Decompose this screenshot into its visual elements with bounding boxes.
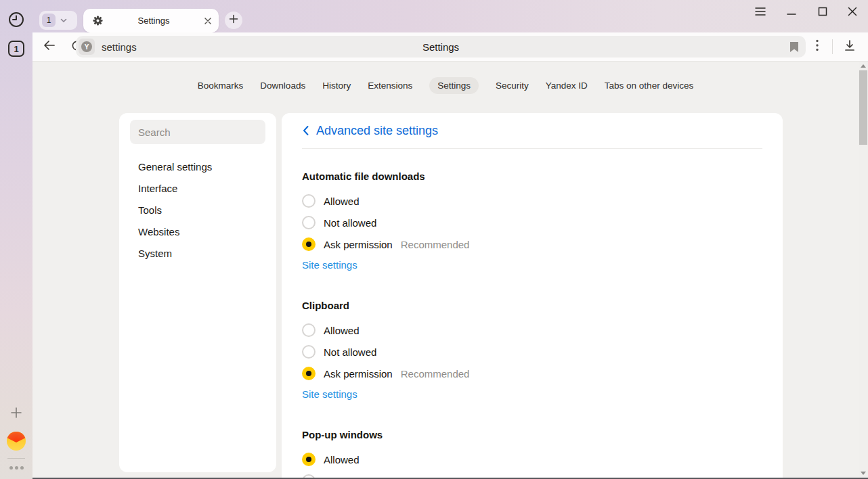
maximize-icon <box>818 7 827 19</box>
address-row: Y settings Settings <box>32 32 868 61</box>
sidebar-item-system[interactable]: System <box>119 242 276 264</box>
tab-title: Settings <box>104 16 204 26</box>
window-menu-button[interactable] <box>752 7 769 19</box>
radio-unselected-icon[interactable] <box>302 323 316 337</box>
tab-counter-button[interactable]: 1 <box>0 39 32 58</box>
nav-tabs-other-devices[interactable]: Tabs on other devices <box>605 77 693 94</box>
radio-unselected-icon[interactable] <box>302 216 316 229</box>
settings-sidebar-panel: General settings Interface Tools Website… <box>119 113 276 472</box>
scrollbar-thumb[interactable] <box>859 70 867 145</box>
advanced-site-settings-panel: Advanced site settings Automatic file do… <box>282 113 783 479</box>
download-icon <box>844 39 856 54</box>
section-title: Pop-up windows <box>302 429 762 440</box>
nav-settings[interactable]: Settings <box>429 77 479 94</box>
close-icon <box>848 7 857 19</box>
downloads-button[interactable] <box>840 38 860 55</box>
section-clipboard: Clipboard Allowed Not allowed Ask permis… <box>302 300 762 401</box>
site-settings-link[interactable]: Site settings <box>302 259 357 271</box>
bookmark-button[interactable] <box>789 41 799 53</box>
chevron-left-icon <box>302 125 309 136</box>
recommended-note: Recommended <box>401 368 470 380</box>
history-button[interactable] <box>0 10 32 32</box>
settings-page: Bookmarks Downloads History Extensions S… <box>32 61 868 479</box>
ellipsis-icon <box>9 466 13 470</box>
back-button[interactable] <box>41 38 58 55</box>
chevron-down-icon[interactable] <box>60 16 68 24</box>
sidebar-item-websites[interactable]: Websites <box>119 221 276 242</box>
yandex-mail-button[interactable] <box>0 432 32 451</box>
nav-downloads[interactable]: Downloads <box>260 77 305 94</box>
active-tab[interactable]: Settings <box>83 9 219 32</box>
radio-label: Not allowed <box>324 217 376 229</box>
panel-title: Advanced site settings <box>316 124 438 138</box>
yandex-mail-icon <box>7 432 26 451</box>
settings-top-nav: Bookmarks Downloads History Extensions S… <box>32 77 859 94</box>
radio-label: Allowed <box>324 196 360 207</box>
page-scrollbar[interactable] <box>859 62 868 478</box>
site-settings-link[interactable]: Site settings <box>302 388 357 400</box>
radio-option-allowed[interactable]: Allowed <box>302 190 762 212</box>
rail-new-tab-button[interactable] <box>0 406 32 422</box>
section-title: Clipboard <box>302 300 762 311</box>
section-popup-windows: Pop-up windows Allowed Not allowed Recom… <box>302 429 762 479</box>
url-bar[interactable]: Y settings Settings <box>76 36 806 58</box>
back-arrow-icon <box>43 39 56 55</box>
panel-back-header[interactable]: Advanced site settings <box>282 113 783 148</box>
radio-option-ask-permission[interactable]: Ask permission Recommended <box>302 233 762 255</box>
url-text[interactable]: settings <box>102 41 137 53</box>
window-close-button[interactable] <box>844 7 861 19</box>
site-icon-badge[interactable]: Y <box>79 39 95 55</box>
radio-unselected-icon[interactable] <box>302 345 316 359</box>
search-input[interactable] <box>130 120 265 144</box>
window-maximize-button[interactable] <box>814 7 831 19</box>
kebab-icon <box>816 39 819 54</box>
radio-option-allowed[interactable]: Allowed <box>302 449 762 470</box>
tab-group-pill[interactable]: 1 <box>39 11 77 30</box>
minimize-icon <box>787 7 796 19</box>
section-title: Automatic file downloads <box>302 170 762 182</box>
radio-label: Ask permission <box>324 239 393 250</box>
radio-option-not-allowed[interactable]: Not allowed <box>302 212 762 233</box>
clock-icon <box>7 11 25 31</box>
sidebar-item-tools[interactable]: Tools <box>119 199 276 221</box>
radio-label: Ask permission <box>324 368 393 380</box>
window-minimize-button[interactable] <box>783 7 800 19</box>
gear-icon <box>92 15 104 26</box>
new-tab-button[interactable] <box>225 12 242 29</box>
tab-counter: 1 <box>8 41 24 57</box>
scroll-up-arrow-icon[interactable] <box>861 64 866 68</box>
nav-bookmarks[interactable]: Bookmarks <box>198 77 244 94</box>
browser-side-rail: 1 <box>0 0 32 479</box>
radio-label: Allowed <box>324 325 360 336</box>
radio-selected-icon[interactable] <box>302 237 316 251</box>
nav-security[interactable]: Security <box>496 77 529 94</box>
recommended-note: Recommended <box>401 239 470 250</box>
radio-unselected-icon[interactable] <box>302 194 316 208</box>
more-options-button[interactable] <box>808 38 826 55</box>
tab-group-count: 1 <box>42 14 56 27</box>
radio-selected-icon[interactable] <box>302 453 316 466</box>
toolbar-divider <box>832 39 833 54</box>
nav-extensions[interactable]: Extensions <box>368 77 412 94</box>
yandex-site-icon: Y <box>81 41 92 52</box>
radio-option-not-allowed[interactable]: Not allowed <box>302 341 762 363</box>
nav-yandex-id[interactable]: Yandex ID <box>546 77 588 94</box>
sidebar-item-general-settings[interactable]: General settings <box>119 156 276 177</box>
radio-option-allowed[interactable]: Allowed <box>302 319 762 341</box>
rail-more-button[interactable] <box>0 463 32 472</box>
scroll-down-arrow-icon[interactable] <box>861 472 866 475</box>
radio-option-ask-permission[interactable]: Ask permission Recommended <box>302 363 762 384</box>
settings-menu: General settings Interface Tools Website… <box>119 156 276 264</box>
rail-divider <box>7 458 25 459</box>
sidebar-item-interface[interactable]: Interface <box>119 177 276 199</box>
plus-icon <box>229 14 238 26</box>
radio-label: Not allowed <box>324 346 376 358</box>
section-automatic-file-downloads: Automatic file downloads Allowed Not all… <box>302 170 762 271</box>
nav-history[interactable]: History <box>322 77 351 94</box>
page-title: Settings <box>76 41 806 53</box>
radio-selected-icon[interactable] <box>302 367 316 380</box>
hamburger-icon <box>755 7 766 19</box>
plus-icon <box>9 406 23 422</box>
tab-close-icon[interactable] <box>204 17 212 25</box>
panel-body: Automatic file downloads Allowed Not all… <box>282 149 783 479</box>
